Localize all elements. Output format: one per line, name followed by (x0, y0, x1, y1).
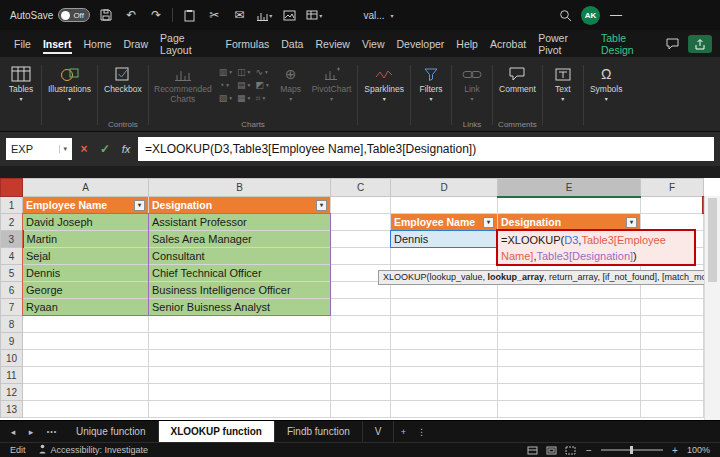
cell[interactable] (641, 401, 704, 418)
pie-chart-icon[interactable]: ◔▾ (219, 80, 232, 90)
cell[interactable] (23, 367, 149, 384)
cell-b1[interactable]: Designation▾ (149, 197, 331, 214)
cell-e3-active[interactable] (498, 231, 641, 248)
cell[interactable] (498, 384, 641, 401)
cell[interactable] (149, 384, 331, 401)
zoom-in-icon[interactable]: + (669, 445, 681, 456)
tab-insert[interactable]: Insert (37, 30, 78, 57)
symbols-button[interactable]: Ω Symbols ▾ (587, 59, 626, 102)
cell[interactable] (23, 350, 149, 367)
cell-b5[interactable]: Chief Technical Officer (149, 265, 331, 282)
cell[interactable] (331, 401, 391, 418)
name-box[interactable]: EXP ▾ (6, 138, 72, 160)
page-layout-view-icon[interactable] (545, 445, 558, 456)
cell[interactable] (331, 316, 391, 333)
search-icon[interactable] (556, 5, 574, 25)
bar-chart-icon[interactable]: ▤▾ (237, 80, 250, 90)
autosave-toggle[interactable]: AutoSave Off (10, 8, 90, 22)
cell-d2[interactable]: Employee Name▾ (391, 214, 498, 231)
table-icon[interactable]: ▾ (305, 5, 323, 25)
link-button[interactable]: Link ▾ (455, 59, 489, 102)
cell[interactable] (331, 282, 391, 299)
cell[interactable] (641, 265, 704, 282)
zoom-level[interactable]: 100% (687, 445, 710, 455)
autosave-switch[interactable]: Off (58, 8, 90, 22)
cell[interactable] (498, 197, 641, 214)
cell-a2[interactable]: David Joseph (23, 214, 149, 231)
tables-button[interactable]: Tables ▾ (4, 59, 38, 102)
filters-button[interactable]: Filters ▾ (414, 59, 448, 102)
cell[interactable] (391, 350, 498, 367)
select-all-corner[interactable] (1, 179, 23, 197)
image-icon[interactable] (280, 5, 298, 25)
scrollbar-thumb[interactable] (708, 198, 717, 282)
row-header-2[interactable]: 2 (1, 214, 23, 231)
accessibility-checker[interactable]: Accessibility: Investigate (38, 444, 149, 456)
cell[interactable] (149, 350, 331, 367)
checkbox-button[interactable]: Checkbox (101, 59, 145, 95)
row-header-9[interactable]: 9 (1, 333, 23, 350)
cell-b2[interactable]: Assistant Professor (149, 214, 331, 231)
tab-power-pivot[interactable]: Power Pivot (532, 30, 595, 57)
scatter-chart-icon[interactable]: ▧▾ (219, 93, 232, 103)
page-break-view-icon[interactable] (564, 445, 577, 456)
cell[interactable] (391, 299, 498, 316)
combo-chart-icon[interactable]: ▦▾ (237, 93, 250, 103)
row-header-7[interactable]: 7 (1, 299, 23, 316)
row-header-1[interactable]: 1 (1, 197, 23, 214)
cell[interactable] (641, 197, 704, 214)
insert-function-icon[interactable]: fx (117, 139, 135, 159)
cell[interactable] (498, 367, 641, 384)
tab-formulas[interactable]: Formulas (220, 30, 276, 57)
redo-icon[interactable]: ↷ (147, 5, 165, 25)
share-button[interactable] (688, 35, 712, 53)
cell[interactable] (498, 316, 641, 333)
minimize-icon[interactable]: — (607, 5, 625, 25)
row-header-3[interactable]: 3 (1, 231, 23, 248)
cell[interactable] (641, 248, 704, 265)
cell[interactable] (331, 367, 391, 384)
zoom-slider[interactable] (601, 449, 663, 451)
cell[interactable] (23, 333, 149, 350)
tab-page-layout[interactable]: Page Layout (154, 30, 219, 57)
cell[interactable] (498, 350, 641, 367)
tab-view[interactable]: View (356, 30, 391, 57)
cell[interactable] (391, 367, 498, 384)
vertical-scrollbar[interactable] (704, 196, 720, 420)
row-header-8[interactable]: 8 (1, 316, 23, 333)
avatar[interactable]: AK (581, 6, 600, 25)
cell-a5[interactable]: Dennis (23, 265, 149, 282)
cell[interactable] (641, 231, 704, 248)
sheet-ellipsis-icon[interactable]: ••• (40, 421, 64, 442)
cell[interactable] (391, 197, 498, 214)
tab-table-design[interactable]: Table Design (595, 30, 662, 57)
text-button[interactable]: Text ▾ (546, 59, 580, 102)
cell[interactable] (331, 197, 391, 214)
row-header-4[interactable]: 4 (1, 248, 23, 265)
cell[interactable] (331, 299, 391, 316)
col-header-c[interactable]: C (331, 179, 391, 197)
col-header-f[interactable]: F (641, 179, 704, 197)
bar-chart-icon[interactable]: ▾ (255, 5, 273, 25)
pivotchart-button[interactable]: PivotChart ▾ (309, 59, 355, 102)
cell[interactable] (331, 384, 391, 401)
row-header-6[interactable]: 6 (1, 282, 23, 299)
tab-data[interactable]: Data (275, 30, 309, 57)
recommended-charts-button[interactable]: Recommended Charts (152, 59, 214, 105)
cell-a3[interactable]: Martin (23, 231, 149, 248)
tab-draw[interactable]: Draw (118, 30, 155, 57)
cell[interactable] (23, 401, 149, 418)
cell-e2[interactable]: Designation▾ (498, 214, 641, 231)
cell[interactable] (23, 316, 149, 333)
cell[interactable] (331, 350, 391, 367)
cell[interactable] (149, 367, 331, 384)
cell[interactable] (331, 265, 391, 282)
cell[interactable] (149, 401, 331, 418)
column-chart-icon[interactable]: ▥▾ (219, 67, 232, 77)
filter-icon[interactable]: ▾ (316, 200, 327, 211)
sheet-nav-left-icon[interactable]: ◂ (4, 421, 22, 442)
cell[interactable] (149, 333, 331, 350)
enter-icon[interactable]: ✓ (96, 139, 114, 159)
cell-a7[interactable]: Ryaan (23, 299, 149, 316)
illustrations-button[interactable]: Illustrations ▾ (45, 59, 94, 102)
